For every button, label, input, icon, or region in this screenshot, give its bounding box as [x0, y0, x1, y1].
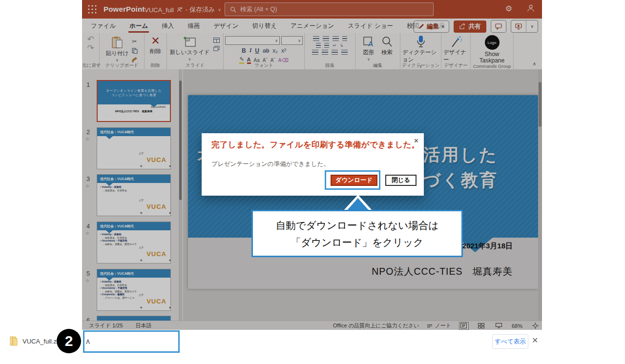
slide-thumbnail-1[interactable]: オープンオンライン教育を活用したコンピテンシーに基づく教育2021年3月18日N…	[97, 80, 171, 122]
tab-スライド ショー[interactable]: スライド ショー	[347, 19, 394, 33]
notes-label: ノート	[435, 322, 451, 329]
justify-button[interactable]	[341, 50, 348, 55]
slide-counter: スライド 1/25	[89, 322, 123, 329]
search-input[interactable]: 検索 (Alt + Q)	[225, 2, 434, 16]
italic-button[interactable]: I	[250, 47, 252, 54]
layout-button[interactable]	[213, 38, 221, 43]
slide-thumbnail-3[interactable]: 現代社会：VUCA時代▪ Volatility：変動性 …技術進化、社会変化⌂?…	[97, 174, 171, 216]
font-name-combo[interactable]: ∨	[225, 36, 280, 45]
slide-thumbnail-2[interactable]: 現代社会：VUCA時代⌂?↟✳✦VUCA	[97, 127, 171, 169]
slide-thumbnail-6[interactable]	[97, 316, 171, 321]
reset-button[interactable]	[213, 46, 221, 51]
multilevel-list-button[interactable]	[333, 36, 339, 41]
show-all-downloads-button[interactable]: すべて表示	[492, 334, 528, 349]
strikethrough-button[interactable]: ab	[263, 47, 269, 54]
font-size-combo[interactable]: ∨	[281, 36, 303, 45]
paste-button[interactable]: 貼り付け ∨	[106, 36, 129, 62]
align-left-button[interactable]	[312, 50, 318, 55]
account-icon[interactable]	[526, 4, 536, 14]
format-painter-button[interactable]	[132, 57, 138, 62]
show-taskpane-button[interactable]: Logo Show Taskpane	[479, 35, 504, 64]
zoom-level[interactable]: 68%	[512, 323, 522, 329]
tab-デザイン[interactable]: デザイン	[212, 19, 239, 33]
notes-toggle[interactable]: ノート	[427, 322, 451, 329]
present-dropdown[interactable]: ∨	[526, 20, 538, 32]
grow-font-button[interactable]: Aˆ	[263, 58, 268, 63]
slide-thumbnail-5[interactable]: 現代社会：VUCA時代▪ Volatility：変動性 …技術進化、社会変化▪ …	[97, 269, 171, 311]
new-slide-label: 新しいスライド	[169, 49, 209, 56]
superscript-button[interactable]: x²	[281, 47, 286, 54]
edit-mode-button[interactable]: 編集 ∨	[414, 20, 450, 33]
tab-切り替え[interactable]: 切り替え	[251, 19, 278, 33]
group-designer: デザイナー デザイナー	[441, 33, 471, 69]
canvas-scrollbar[interactable]	[538, 69, 542, 321]
align-center-button[interactable]	[322, 50, 328, 55]
chevron-down-icon: ∨	[218, 7, 221, 12]
line-spacing-button[interactable]	[342, 36, 347, 41]
slide-thumbnail-4[interactable]: 現代社会：VUCA時代▪ Volatility：変動性 …技術進化、社会変化▪ …	[97, 222, 171, 263]
ribbon-tab-row: ファイルホーム挿入描画デザイン切り替えアニメーションスライド ショー校閲表示ヘル…	[82, 19, 542, 33]
numbering-button[interactable]	[323, 36, 329, 41]
tab-挿入[interactable]: 挿入	[161, 19, 175, 33]
download-bar-close-icon[interactable]: ✕	[532, 336, 538, 345]
group-label-delete: 削除	[145, 62, 167, 69]
bullets-button[interactable]	[313, 36, 319, 41]
app-name[interactable]: PowerPoint	[104, 5, 145, 13]
change-case-button[interactable]: Aa	[254, 58, 260, 63]
slide-sorter-view-button[interactable]	[477, 322, 486, 330]
redo-button[interactable]: ↷	[87, 44, 94, 53]
delete-x-icon: ✕	[151, 35, 160, 47]
group-delete: ✕ 削除 削除	[145, 33, 167, 69]
slide-date[interactable]: 2021年3月18日	[462, 242, 513, 251]
slideshow-view-button[interactable]	[494, 322, 504, 330]
document-title[interactable]: VUCA_full - 保存済み ∨	[145, 5, 221, 14]
designer-button[interactable]: デザイナー	[443, 35, 468, 63]
align-right-button[interactable]	[332, 50, 338, 55]
vuca-graphic: ⌂?↟✳✦VUCA	[146, 202, 167, 211]
delete-button[interactable]: ✕ 削除	[150, 35, 161, 55]
chevron-down-icon: ∨	[116, 58, 119, 62]
decrease-indent-button[interactable]	[316, 43, 321, 48]
slide-number: 1	[86, 81, 90, 88]
thumbnail-scrollbar[interactable]	[179, 69, 182, 321]
step-2-badge: 2	[57, 329, 81, 353]
dialog-close-icon[interactable]: ✕	[414, 137, 419, 144]
shapes-button[interactable]: A 図形 ∨	[363, 36, 375, 61]
normal-view-button[interactable]	[459, 322, 469, 330]
share-button[interactable]: 共有	[454, 20, 486, 33]
rtl-button[interactable]: ↳	[340, 43, 344, 48]
group-label-designer: デザイナー	[441, 62, 470, 69]
increase-indent-button[interactable]	[324, 43, 329, 48]
people-icon	[177, 7, 183, 13]
tab-ファイル[interactable]: ファイル	[90, 19, 117, 33]
animation-star-icon: ☆	[85, 231, 89, 236]
undo-button[interactable]: ↶	[87, 35, 94, 44]
language-indicator[interactable]: 日本語	[136, 322, 152, 329]
find-button[interactable]: 検索	[381, 36, 393, 56]
fit-to-window-button[interactable]	[530, 322, 540, 330]
saved-status: - 保存済み	[186, 5, 215, 14]
underline-button[interactable]: U	[255, 47, 259, 54]
close-button[interactable]: 閉じる	[385, 175, 417, 186]
collapse-ribbon-button[interactable]: ∧	[533, 61, 536, 66]
cut-button[interactable]: ✂	[132, 38, 138, 45]
app-launcher-icon[interactable]	[88, 5, 97, 14]
search-icon	[230, 6, 236, 13]
group-label-dictation: ディクテーション	[400, 62, 441, 69]
shrink-font-button[interactable]: Aˇ	[271, 58, 275, 63]
animation-star-icon: ☆	[85, 137, 89, 142]
new-slide-button[interactable]: 新しいスライド ∨	[169, 36, 209, 61]
tab-ホーム[interactable]: ホーム	[128, 19, 149, 33]
bold-button[interactable]: B	[242, 47, 246, 54]
clear-formatting-button[interactable]: A⌫	[278, 58, 289, 63]
settings-gear-icon[interactable]: ⚙	[504, 4, 514, 14]
feedback-link[interactable]: Office の品質向上にご協力ください	[333, 322, 419, 329]
slide-author[interactable]: NPO法人CCC-TIES 堀真寿美	[372, 265, 513, 278]
present-button[interactable]: ∨	[511, 20, 538, 33]
subscript-button[interactable]: x₂	[272, 47, 278, 54]
tab-描画[interactable]: 描画	[187, 19, 201, 33]
ltr-button[interactable]: ↵	[333, 43, 336, 48]
comments-button[interactable]	[491, 20, 506, 33]
tab-アニメーション[interactable]: アニメーション	[290, 19, 335, 33]
copy-button[interactable]	[132, 48, 138, 54]
